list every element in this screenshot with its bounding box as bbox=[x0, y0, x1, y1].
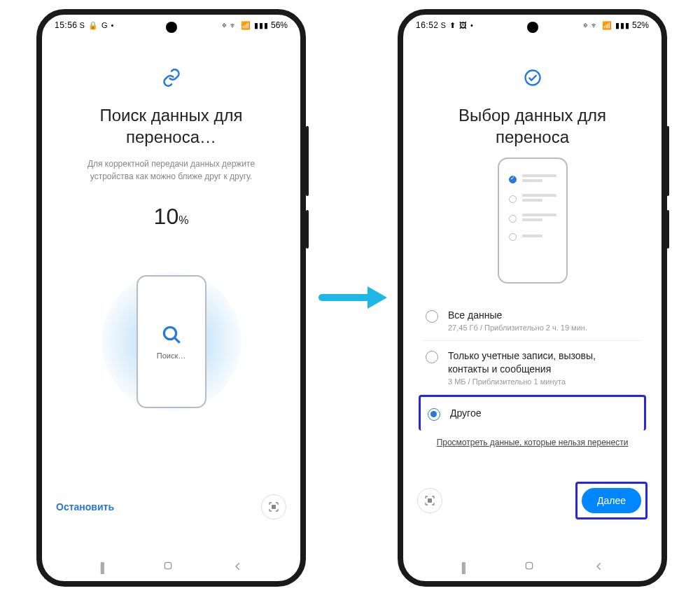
page-title: Поиск данных для переноса… bbox=[59, 104, 284, 148]
check-circle-icon bbox=[420, 68, 645, 90]
phone-searching: 15:56 S 🔒 G • ◎ ᯤ 📶 ▮▮▮ 56% Поиск данных… bbox=[36, 9, 306, 587]
stop-button[interactable]: Остановить bbox=[56, 501, 114, 512]
nav-bar: ||| bbox=[42, 553, 300, 581]
next-button[interactable]: Далее bbox=[582, 488, 641, 513]
progress-unit: % bbox=[178, 214, 188, 226]
search-icon bbox=[160, 323, 183, 346]
status-right-icons: ◎ ᯤ 📶 ▮▮▮ bbox=[222, 21, 269, 30]
page-subtitle: Для корректной передачи данных держите у… bbox=[59, 158, 284, 183]
svg-rect-3 bbox=[164, 562, 171, 568]
nav-home-button[interactable] bbox=[524, 560, 535, 575]
nav-back-button[interactable] bbox=[233, 560, 243, 575]
status-left-icons: S 🔒 G • bbox=[80, 21, 115, 30]
nav-home-button[interactable] bbox=[162, 560, 174, 575]
progress-value: 10 bbox=[154, 204, 179, 229]
search-label: Поиск… bbox=[157, 351, 186, 360]
mini-phone-illustration: Поиск… bbox=[136, 275, 206, 408]
camera-hole bbox=[166, 22, 177, 33]
status-battery: 56% bbox=[271, 20, 288, 30]
option-title: Другое bbox=[450, 407, 637, 420]
scan-button[interactable] bbox=[417, 488, 442, 513]
select-illustration bbox=[420, 158, 645, 284]
svg-rect-7 bbox=[428, 498, 432, 503]
nav-back-button[interactable] bbox=[594, 560, 604, 575]
link-icon bbox=[59, 68, 284, 90]
arrow-icon bbox=[318, 284, 388, 312]
search-graphic: Поиск… bbox=[59, 258, 284, 426]
next-button-highlight: Далее bbox=[575, 482, 648, 519]
scan-icon bbox=[267, 501, 280, 513]
option-accounts-only[interactable]: Только учетные записи, вызовы, контакты … bbox=[423, 341, 642, 395]
svg-marker-5 bbox=[368, 286, 387, 309]
status-battery: 52% bbox=[632, 20, 649, 30]
radio-unchecked[interactable] bbox=[426, 310, 438, 323]
status-right-icons: ◎ ᯤ 📶 ▮▮▮ bbox=[583, 21, 630, 30]
scan-icon bbox=[424, 494, 436, 507]
phone-side-button bbox=[306, 126, 309, 196]
phone-select-data: 16:52 S ⬆ 🖼 • ◎ ᯤ 📶 ▮▮▮ 52% Выбор данных… bbox=[398, 9, 667, 587]
svg-point-6 bbox=[525, 71, 540, 85]
phone-side-button bbox=[306, 210, 309, 249]
radio-selected[interactable] bbox=[428, 408, 440, 421]
nav-bar: ||| bbox=[403, 553, 662, 581]
scan-button[interactable] bbox=[261, 494, 286, 519]
page-title: Выбор данных для переноса bbox=[420, 104, 645, 148]
option-title: Все данные bbox=[448, 309, 639, 322]
option-sub: 27,45 Гб / Приблизительно 2 ч. 19 мин. bbox=[448, 323, 639, 332]
svg-line-1 bbox=[174, 338, 178, 342]
option-title: Только учетные записи, вызовы, контакты … bbox=[448, 349, 639, 376]
radio-unchecked[interactable] bbox=[426, 351, 438, 363]
option-other[interactable]: Другое bbox=[419, 395, 646, 431]
option-all-data[interactable]: Все данные 27,45 Гб / Приблизительно 2 ч… bbox=[423, 300, 642, 341]
nav-recent-button[interactable]: ||| bbox=[99, 560, 103, 575]
view-untransferable-link[interactable]: Просмотреть данные, которые нельзя перен… bbox=[420, 438, 645, 447]
svg-rect-8 bbox=[526, 562, 532, 568]
status-time: 16:52 bbox=[416, 20, 439, 30]
camera-hole bbox=[527, 22, 538, 33]
progress-percent: 10% bbox=[59, 204, 284, 230]
svg-rect-2 bbox=[272, 505, 276, 509]
option-sub: 3 МБ / Приблизительно 1 минута bbox=[448, 377, 639, 386]
status-time: 15:56 bbox=[55, 20, 78, 30]
nav-recent-button[interactable]: ||| bbox=[461, 560, 464, 575]
status-left-icons: S ⬆ 🖼 • bbox=[441, 21, 474, 30]
